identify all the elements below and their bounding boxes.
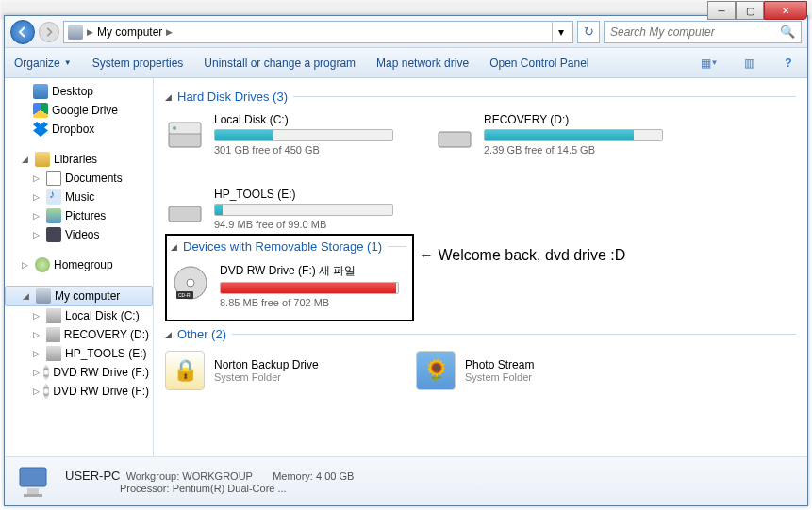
maximize-button[interactable]: ▢ bbox=[736, 1, 764, 20]
usage-bar bbox=[214, 204, 393, 216]
sidebar-item-videos[interactable]: ▷Videos bbox=[5, 225, 153, 244]
back-button[interactable] bbox=[10, 20, 35, 44]
folder-name: Photo Stream bbox=[465, 358, 534, 371]
uninstall-button[interactable]: Uninstall or change a program bbox=[204, 57, 356, 70]
expand-icon[interactable]: ▷ bbox=[33, 368, 40, 377]
sidebar-item-recovery-d[interactable]: ▷RECOVERY (D:) bbox=[5, 325, 153, 344]
svg-rect-9 bbox=[20, 468, 46, 486]
minimize-button[interactable]: ─ bbox=[707, 1, 736, 20]
drive-local-c[interactable]: Local Disk (C:) 301 GB free of 450 GB bbox=[165, 109, 410, 159]
disc-icon: CD-R bbox=[171, 263, 210, 303]
expand-icon[interactable]: ▷ bbox=[33, 211, 42, 221]
drive-name: RECOVERY (D:) bbox=[484, 113, 680, 126]
close-button[interactable]: ✕ bbox=[764, 1, 807, 20]
help-button[interactable]: ? bbox=[779, 54, 798, 73]
forward-button[interactable] bbox=[39, 22, 59, 42]
arrow-left-icon: ← bbox=[419, 247, 434, 263]
breadcrumb[interactable]: ▶ My computer ▶ ▾ bbox=[63, 21, 573, 43]
map-drive-button[interactable]: Map network drive bbox=[376, 57, 469, 70]
desktop-icon bbox=[33, 84, 48, 99]
chevron-right-icon: ▶ bbox=[166, 27, 173, 37]
details-computer-name: USER-PC bbox=[65, 469, 121, 483]
search-input[interactable] bbox=[610, 25, 780, 39]
collapse-icon[interactable]: ◢ bbox=[22, 155, 31, 164]
view-options-button[interactable]: ▦ ▼ bbox=[700, 54, 719, 73]
collapse-icon[interactable]: ◢ bbox=[23, 291, 32, 301]
sidebar-item-dropbox[interactable]: Dropbox bbox=[5, 120, 153, 139]
expand-icon[interactable]: ▷ bbox=[33, 330, 42, 339]
sidebar-item-dvd-f1[interactable]: ▷DVD RW Drive (F:) bbox=[5, 363, 153, 382]
drive-name: Local Disk (C:) bbox=[214, 113, 410, 126]
explorer-window: ─ ▢ ✕ ▶ My computer ▶ ▾ ↻ 🔍 Organize ▼ S… bbox=[4, 15, 808, 506]
sunflower-icon: 🌻 bbox=[416, 351, 456, 390]
chevron-right-icon: ▶ bbox=[87, 27, 93, 37]
sidebar-item-hptools-e[interactable]: ▷HP_TOOLS (E:) bbox=[5, 344, 153, 363]
svg-rect-10 bbox=[27, 488, 39, 494]
sidebar-item-homegroup[interactable]: ▷Homegroup bbox=[5, 255, 153, 274]
sidebar-item-libraries[interactable]: ◢Libraries bbox=[5, 150, 153, 169]
svg-rect-3 bbox=[439, 132, 471, 147]
drive-recovery-d[interactable]: RECOVERY (D:) 2.39 GB free of 14.5 GB bbox=[435, 109, 680, 159]
drive-free-text: 8.85 MB free of 702 MB bbox=[220, 297, 416, 308]
details-pane: USER-PC Workgroup: WORKGROUP Memory: 4.0… bbox=[5, 456, 807, 505]
svg-rect-11 bbox=[24, 494, 42, 497]
sidebar-item-gdrive[interactable]: Google Drive bbox=[5, 101, 153, 120]
norton-icon: 🔒 bbox=[165, 351, 205, 390]
usage-bar bbox=[484, 129, 663, 141]
usage-bar bbox=[214, 129, 393, 141]
usage-bar bbox=[220, 282, 399, 294]
expand-icon[interactable]: ▷ bbox=[33, 387, 40, 396]
sidebar-item-mycomputer[interactable]: ◢My computer bbox=[5, 286, 153, 306]
documents-icon bbox=[46, 171, 61, 186]
hdd-icon bbox=[46, 346, 61, 361]
system-properties-button[interactable]: System properties bbox=[92, 57, 184, 70]
control-panel-button[interactable]: Open Control Panel bbox=[489, 57, 588, 70]
search-icon[interactable]: 🔍 bbox=[780, 25, 795, 39]
sidebar-item-dvd-f2[interactable]: ▷DVD RW Drive (F:) bbox=[5, 382, 153, 401]
preview-pane-button[interactable]: ▥ bbox=[739, 54, 758, 73]
svg-point-2 bbox=[173, 126, 176, 130]
sidebar-item-desktop[interactable]: Desktop bbox=[5, 82, 153, 101]
disc-icon bbox=[43, 384, 49, 399]
folder-name: Norton Backup Drive bbox=[214, 358, 319, 371]
drive-hptools-e[interactable]: HP_TOOLS (E:) 94.9 MB free of 99.0 MB bbox=[165, 184, 410, 234]
folder-norton-backup[interactable]: 🔒 Norton Backup Drive System Folder bbox=[165, 347, 391, 394]
group-header-hdd[interactable]: ◢Hard Disk Drives (3) bbox=[165, 90, 796, 104]
computer-icon bbox=[14, 462, 54, 502]
expand-icon[interactable]: ▷ bbox=[33, 192, 42, 202]
navigation-pane: Desktop Google Drive Dropbox ◢Libraries … bbox=[5, 78, 154, 456]
refresh-button[interactable]: ↻ bbox=[577, 21, 600, 43]
breadcrumb-dropdown[interactable]: ▾ bbox=[552, 21, 569, 43]
hdd-icon bbox=[165, 188, 205, 227]
expand-icon[interactable]: ▷ bbox=[33, 311, 42, 321]
drive-free-text: 94.9 MB free of 99.0 MB bbox=[214, 219, 410, 230]
annotation-text: Welcome back, dvd drive :D bbox=[438, 247, 625, 263]
sidebar-item-pictures[interactable]: ▷Pictures bbox=[5, 206, 153, 225]
breadcrumb-location[interactable]: My computer bbox=[97, 25, 162, 39]
computer-icon bbox=[68, 25, 83, 40]
drive-dvd-f[interactable]: CD-R DVD RW Drive (F:) 새 파일 8.85 MB free… bbox=[171, 259, 416, 312]
sidebar-item-local-c[interactable]: ▷Local Disk (C:) bbox=[5, 306, 153, 325]
arrow-left-icon bbox=[17, 26, 28, 38]
computer-icon bbox=[36, 288, 51, 304]
svg-point-6 bbox=[187, 279, 194, 287]
folder-subtype: System Folder bbox=[465, 371, 534, 383]
drive-name: HP_TOOLS (E:) bbox=[214, 188, 410, 201]
expand-icon[interactable]: ▷ bbox=[33, 230, 42, 239]
folder-photo-stream[interactable]: 🌻 Photo Stream System Folder bbox=[416, 347, 642, 394]
organize-menu[interactable]: Organize ▼ bbox=[14, 57, 72, 70]
expand-icon[interactable]: ▷ bbox=[33, 173, 42, 183]
sidebar-item-music[interactable]: ▷Music bbox=[5, 188, 153, 206]
hdd-icon bbox=[46, 308, 61, 323]
expand-icon[interactable]: ▷ bbox=[33, 349, 42, 358]
drive-free-text: 2.39 GB free of 14.5 GB bbox=[484, 144, 680, 156]
expand-icon[interactable]: ▷ bbox=[22, 260, 31, 270]
navigation-bar: ▶ My computer ▶ ▾ ↻ 🔍 bbox=[5, 16, 807, 48]
sidebar-item-documents[interactable]: ▷Documents bbox=[5, 169, 153, 188]
group-header-other[interactable]: ◢Other (2) bbox=[165, 327, 796, 341]
toolbar: Organize ▼ System properties Uninstall o… bbox=[5, 48, 807, 78]
hdd-icon bbox=[46, 327, 60, 342]
hdd-icon bbox=[435, 113, 474, 153]
svg-rect-4 bbox=[169, 206, 201, 222]
group-header-removable[interactable]: ◢Devices with Removable Storage (1) bbox=[171, 239, 406, 254]
